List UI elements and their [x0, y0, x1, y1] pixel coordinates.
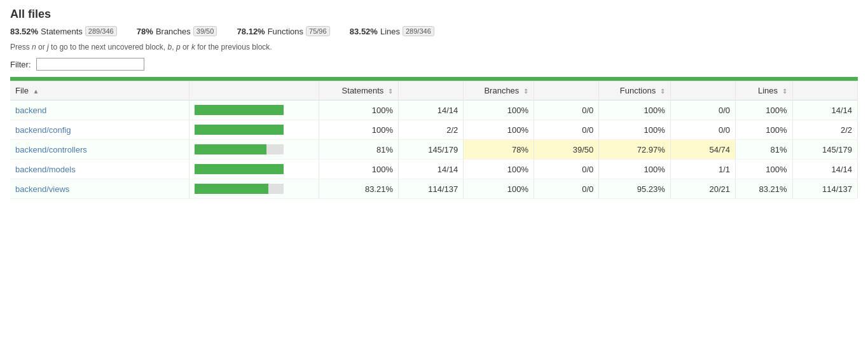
cell-stmt-frac: 14/14	[399, 160, 464, 179]
file-link[interactable]: backend/views	[15, 184, 69, 194]
summary-functions: 78.12% Functions 75/96	[237, 26, 330, 36]
table-row: backend 100% 14/14 100% 0/0 100% 0/0 100…	[10, 100, 858, 120]
filter-label: Filter:	[10, 60, 31, 69]
cell-branch-pct: 78%	[464, 140, 534, 160]
cell-func-frac: 0/0	[670, 120, 735, 140]
cell-file: backend/config	[10, 120, 189, 140]
filter-row: Filter:	[10, 58, 858, 71]
sep2	[224, 27, 229, 36]
cell-stmt-frac: 14/14	[399, 100, 464, 120]
table-row: backend/config 100% 2/2 100% 0/0 100% 0/…	[10, 120, 858, 140]
statements-pct: 83.52%	[10, 27, 38, 36]
cell-func-frac: 1/1	[670, 160, 735, 179]
cell-file: backend	[10, 100, 189, 120]
cell-line-frac: 145/179	[792, 140, 857, 160]
cell-bar	[189, 120, 319, 140]
cell-func-pct: 100%	[599, 120, 671, 140]
branches-label: Branches	[156, 27, 191, 36]
th-functions[interactable]: Functions ⇕	[599, 81, 671, 100]
cell-bar	[189, 100, 319, 120]
cell-branch-pct: 100%	[464, 120, 534, 140]
sort-icon-lines: ⇕	[782, 88, 787, 95]
cell-stmt-pct: 100%	[319, 120, 399, 140]
cell-line-frac: 2/2	[792, 120, 857, 140]
cell-line-frac: 14/14	[792, 100, 857, 120]
sort-icon-branches: ⇕	[523, 88, 528, 95]
th-bar	[189, 81, 319, 100]
cell-file: backend/controllers	[10, 140, 189, 160]
cell-func-pct: 100%	[599, 100, 671, 120]
sep1	[125, 27, 129, 36]
cell-branch-frac: 0/0	[534, 160, 598, 179]
cell-branch-pct: 100%	[464, 160, 534, 179]
cell-file: backend/views	[10, 179, 189, 199]
cell-stmt-pct: 81%	[319, 140, 399, 160]
summary-lines: 83.52% Lines 289/346	[350, 26, 434, 36]
th-lines[interactable]: Lines ⇕	[736, 81, 793, 100]
branches-pct: 78%	[137, 27, 153, 36]
cell-func-pct: 72.97%	[599, 140, 671, 160]
table-row: backend/views 83.21% 114/137 100% 0/0 95…	[10, 179, 858, 199]
table-row: backend/models 100% 14/14 100% 0/0 100% …	[10, 160, 858, 179]
cell-func-frac: 20/21	[670, 179, 735, 199]
cell-bar	[189, 160, 319, 179]
cell-line-frac: 114/137	[792, 179, 857, 199]
cell-line-pct: 83.21%	[736, 179, 793, 199]
cell-func-frac: 0/0	[670, 100, 735, 120]
help-text: Press n or j to go to the next uncovered…	[10, 43, 858, 51]
th-statements[interactable]: Statements ⇕	[319, 81, 399, 100]
lines-pct: 83.52%	[350, 27, 378, 36]
cell-branch-frac: 39/50	[534, 140, 598, 160]
file-link[interactable]: backend/controllers	[15, 145, 87, 154]
cell-line-pct: 100%	[736, 120, 793, 140]
cell-file: backend/models	[10, 160, 189, 179]
cell-bar	[189, 140, 319, 160]
cell-stmt-pct: 100%	[319, 100, 399, 120]
cell-branch-frac: 0/0	[534, 120, 598, 140]
sort-icon-file: ▲	[33, 88, 39, 95]
cell-func-pct: 100%	[599, 160, 671, 179]
functions-pct: 78.12%	[237, 27, 265, 36]
cell-bar	[189, 179, 319, 199]
cell-branch-pct: 100%	[464, 100, 534, 120]
file-link[interactable]: backend/config	[15, 125, 71, 135]
cell-stmt-frac: 114/137	[399, 179, 464, 199]
lines-badge: 289/346	[403, 26, 434, 36]
statements-label: Statements	[41, 27, 83, 36]
cell-stmt-frac: 2/2	[399, 120, 464, 140]
summary-bar: 83.52% Statements 289/346 78% Branches 3…	[10, 26, 858, 36]
table-header-row: File ▲ Statements ⇕ Branches ⇕ Functions…	[10, 81, 858, 100]
cell-line-pct: 100%	[736, 100, 793, 120]
cell-branch-frac: 0/0	[534, 179, 598, 199]
statements-badge: 289/346	[85, 26, 117, 36]
th-functions-frac	[670, 81, 735, 100]
sort-icon-statements: ⇕	[388, 88, 393, 95]
th-branches[interactable]: Branches ⇕	[464, 81, 534, 100]
sep3	[338, 27, 342, 36]
th-branches-frac	[534, 81, 598, 100]
cell-stmt-pct: 83.21%	[319, 179, 399, 199]
file-link[interactable]: backend	[15, 106, 46, 115]
branches-badge: 39/50	[193, 26, 217, 36]
page-title: All files	[10, 8, 858, 21]
cell-line-pct: 81%	[736, 140, 793, 160]
summary-statements: 83.52% Statements 289/346	[10, 26, 117, 36]
file-link[interactable]: backend/models	[15, 165, 76, 174]
cell-branch-frac: 0/0	[534, 100, 598, 120]
coverage-table: File ▲ Statements ⇕ Branches ⇕ Functions…	[10, 81, 858, 199]
cell-stmt-pct: 100%	[319, 160, 399, 179]
th-lines-frac	[792, 81, 857, 100]
cell-line-frac: 14/14	[792, 160, 857, 179]
sort-icon-functions: ⇕	[660, 88, 665, 95]
functions-badge: 75/96	[306, 26, 330, 36]
cell-branch-pct: 100%	[464, 179, 534, 199]
cell-stmt-frac: 145/179	[399, 140, 464, 160]
table-row: backend/controllers 81% 145/179 78% 39/5…	[10, 140, 858, 160]
th-file[interactable]: File ▲	[10, 81, 189, 100]
cell-line-pct: 100%	[736, 160, 793, 179]
lines-label: Lines	[380, 27, 400, 36]
filter-input[interactable]	[36, 58, 144, 71]
functions-label: Functions	[268, 27, 303, 36]
cell-func-pct: 95.23%	[599, 179, 671, 199]
cell-func-frac: 54/74	[670, 140, 735, 160]
